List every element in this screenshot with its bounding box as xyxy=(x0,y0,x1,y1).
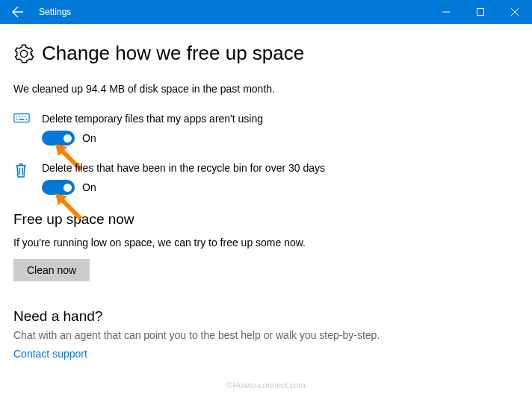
status-text: We cleaned up 94.4 MB of disk space in t… xyxy=(13,83,516,95)
contact-support-link[interactable]: Contact support xyxy=(13,348,87,360)
setting-label: Delete files that have been in the recyc… xyxy=(42,162,516,174)
free-up-heading: Free up space now xyxy=(13,211,516,228)
svg-point-6 xyxy=(25,116,26,117)
setting-label: Delete temporary files that my apps aren… xyxy=(42,113,516,125)
setting-temp-files: Delete temporary files that my apps aren… xyxy=(13,113,516,146)
minimize-icon xyxy=(442,8,450,16)
svg-point-7 xyxy=(16,119,18,120)
minimize-button[interactable] xyxy=(429,0,463,24)
window-title: Settings xyxy=(39,7,71,17)
content-area: Change how we free up space We cleaned u… xyxy=(0,24,532,360)
back-button[interactable] xyxy=(0,0,36,24)
watermark: ©Howto-connect.com xyxy=(226,381,305,390)
gear-icon xyxy=(13,43,34,64)
help-text: Chat with an agent that can point you to… xyxy=(13,329,516,341)
close-icon xyxy=(511,8,519,16)
window-controls xyxy=(429,0,532,24)
clean-now-button[interactable]: Clean now xyxy=(13,259,90,281)
svg-point-4 xyxy=(19,116,20,117)
free-up-text: If you're running low on space, we can t… xyxy=(13,237,516,249)
toggle-temp-files[interactable] xyxy=(42,131,75,146)
trash-icon xyxy=(13,162,31,195)
toggle-state: On xyxy=(82,181,96,193)
page-title: Change how we free up space xyxy=(42,42,304,65)
svg-rect-8 xyxy=(19,119,24,119)
svg-point-3 xyxy=(16,116,18,117)
titlebar: Settings xyxy=(0,0,532,24)
svg-point-5 xyxy=(22,116,23,117)
toggle-state: On xyxy=(82,132,96,144)
page-header: Change how we free up space xyxy=(13,42,516,65)
svg-rect-2 xyxy=(14,114,29,122)
svg-point-9 xyxy=(26,119,28,120)
toggle-recycle-bin[interactable] xyxy=(42,180,75,195)
keyboard-icon xyxy=(13,113,31,146)
setting-recycle-bin: Delete files that have been in the recyc… xyxy=(13,162,516,195)
help-heading: Need a hand? xyxy=(13,308,516,325)
maximize-icon xyxy=(477,8,484,16)
svg-rect-1 xyxy=(477,9,484,16)
maximize-button[interactable] xyxy=(463,0,498,24)
back-arrow-icon xyxy=(12,6,24,18)
close-button[interactable] xyxy=(498,0,532,24)
